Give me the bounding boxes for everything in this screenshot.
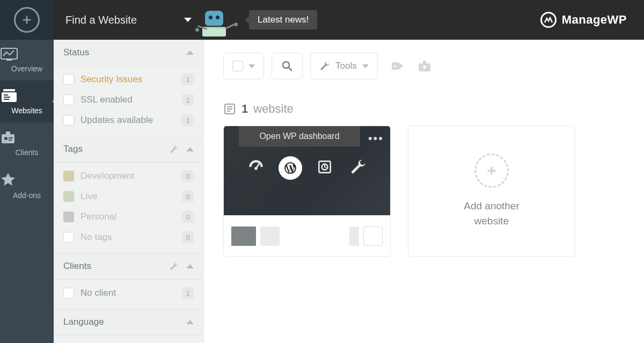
tag-swatch <box>63 171 74 181</box>
main-content: Tools 1 website <box>204 40 644 343</box>
checkbox[interactable] <box>232 61 243 71</box>
filter-ssl-enabled[interactable]: SSL enabled 1 <box>54 90 203 110</box>
filter-label: Updates available <box>80 115 182 126</box>
client-assign-icon[interactable] <box>418 59 431 73</box>
nav-clients[interactable]: Clients <box>0 122 54 164</box>
filter-label: No client <box>80 288 182 298</box>
section-language-header[interactable]: Language <box>54 309 203 335</box>
nav-label: Websites <box>11 106 42 115</box>
checkbox[interactable] <box>63 74 74 85</box>
dashboard-icon[interactable] <box>245 156 267 178</box>
filter-tag-development[interactable]: Development 0 <box>54 166 203 186</box>
filter-client-none[interactable]: No client 1 <box>54 283 203 303</box>
section-title: Clients <box>63 261 91 272</box>
filter-tag-live[interactable]: Live 0 <box>54 186 203 207</box>
count-badge: 1 <box>182 114 194 126</box>
checkbox[interactable] <box>63 94 74 105</box>
svg-line-16 <box>289 68 292 71</box>
svg-point-17 <box>394 65 396 67</box>
wrench-icon <box>319 61 330 71</box>
backup-icon[interactable] <box>314 156 335 178</box>
tag-swatch <box>63 211 74 222</box>
tools-dropdown[interactable]: Tools <box>310 53 378 79</box>
svg-rect-19 <box>423 61 426 63</box>
find-website-label: Find a Website <box>65 14 137 26</box>
nav-overview[interactable]: Overview <box>0 40 54 81</box>
svg-rect-9 <box>2 134 14 143</box>
add-website-card[interactable]: Add another website <box>408 126 575 257</box>
svg-rect-10 <box>6 132 10 134</box>
caret-up-icon <box>186 320 194 324</box>
plus-dashed-icon <box>474 154 509 188</box>
count-badge: 0 <box>182 191 194 202</box>
caret-down-icon <box>248 64 255 68</box>
svg-rect-13 <box>9 140 12 141</box>
nav-label: Clients <box>16 148 39 157</box>
count-badge: 0 <box>182 170 194 182</box>
card-footer <box>224 215 390 257</box>
caret-down-icon <box>184 18 192 22</box>
clients-icon <box>0 130 54 145</box>
placeholder <box>260 227 280 246</box>
section-tags-header[interactable]: Tags <box>54 136 203 163</box>
wordpress-icon[interactable] <box>279 156 302 180</box>
search-icon <box>281 60 294 72</box>
checkbox[interactable] <box>63 288 74 298</box>
nav-websites[interactable]: Websites <box>0 81 54 122</box>
search-button[interactable] <box>272 53 303 79</box>
add-card-line1: Add another <box>464 199 519 214</box>
tools-wrench-icon[interactable] <box>347 156 369 178</box>
tag-icon[interactable] <box>391 59 405 73</box>
svg-point-11 <box>4 137 8 140</box>
select-all-dropdown[interactable] <box>223 53 264 79</box>
find-website-dropdown[interactable]: Find a Website <box>54 0 204 40</box>
section-clients-header[interactable]: Clients <box>54 253 203 280</box>
section-status-header[interactable]: Status <box>54 40 203 66</box>
count-unit: website <box>253 102 294 116</box>
count-badge: 0 <box>182 231 194 243</box>
nav-addons[interactable]: Add-ons <box>0 164 54 207</box>
filter-security-issues[interactable]: Security Issues 1 <box>54 69 203 90</box>
svg-rect-8 <box>4 99 9 100</box>
nav-label: Overview <box>11 64 42 73</box>
section-title: Status <box>63 47 89 58</box>
svg-marker-14 <box>1 173 15 186</box>
list-icon <box>223 103 236 115</box>
filter-label: No tags <box>80 232 182 243</box>
count-badge: 1 <box>182 287 194 299</box>
count-badge: 0 <box>182 211 194 223</box>
placeholder <box>363 227 383 246</box>
filter-updates-available[interactable]: Updates available 1 <box>54 110 203 130</box>
top-bar: Find a Website Latest news! ManageWP <box>54 0 644 40</box>
placeholder <box>231 227 256 246</box>
count-badge: 1 <box>182 94 194 106</box>
website-count: 1 website <box>223 87 625 126</box>
add-button[interactable] <box>0 0 54 40</box>
checkbox[interactable] <box>63 115 74 126</box>
brand-name: ManageWP <box>562 13 627 27</box>
filter-label: SSL enabled <box>80 94 182 105</box>
filter-label: Personal <box>80 211 182 222</box>
tag-swatch <box>63 191 74 202</box>
more-menu-icon[interactable]: ••• <box>368 132 384 145</box>
tools-label: Tools <box>335 61 357 71</box>
count-badge: 1 <box>182 74 194 85</box>
placeholder <box>349 227 359 246</box>
svg-rect-4 <box>3 89 15 91</box>
add-card-line2: website <box>464 214 519 229</box>
filter-sidebar: Status Security Issues 1 SSL enabled 1 <box>54 40 204 343</box>
svg-rect-12 <box>9 137 13 138</box>
latest-news-button[interactable]: Latest news! <box>249 10 317 30</box>
nav-label: Add-ons <box>13 191 41 200</box>
caret-up-icon <box>186 147 194 151</box>
wrench-icon[interactable] <box>169 144 179 154</box>
wrench-icon[interactable] <box>169 261 179 271</box>
filter-tag-personal[interactable]: Personal 0 <box>54 207 203 227</box>
svg-point-15 <box>283 62 289 68</box>
section-title: Language <box>63 317 104 327</box>
section-title: Tags <box>63 144 83 155</box>
filter-tag-none[interactable]: No tags 0 <box>54 227 203 247</box>
website-card[interactable]: Open WP dashboard ••• <box>223 126 391 257</box>
plus-icon <box>14 7 40 33</box>
checkbox[interactable] <box>63 232 74 243</box>
